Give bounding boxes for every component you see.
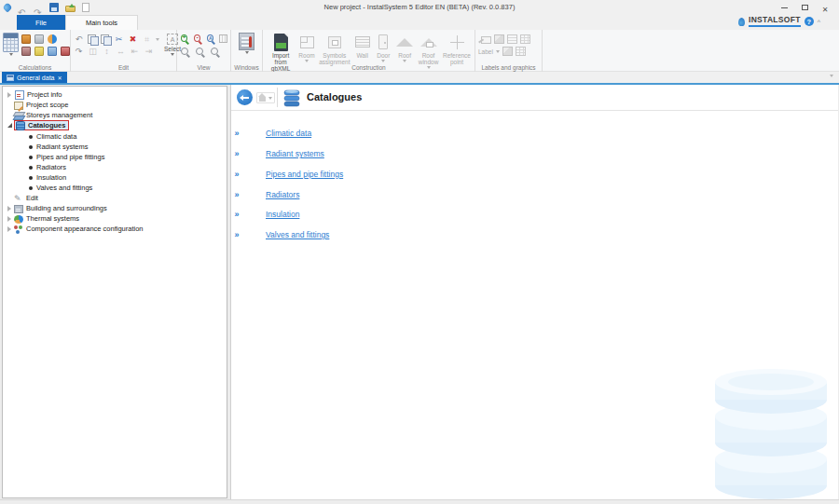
calculations-button[interactable] [3, 33, 19, 56]
home-icon[interactable] [259, 97, 266, 102]
bullet-icon [29, 166, 33, 170]
user-settings-icon[interactable] [21, 47, 31, 56]
expand-arrow-icon[interactable] [5, 92, 14, 98]
room-icon [300, 36, 314, 48]
tree-item-radiant-systems[interactable]: Radiant systems [3, 142, 227, 152]
title-bar: New project - InstalSystem 5 Editor EN (… [0, 0, 839, 15]
tree-item-project-scope[interactable]: Project scope [3, 100, 227, 110]
tree-item-label: Climatic data [36, 132, 76, 141]
collapse-ribbon-icon[interactable]: ^ [818, 19, 820, 25]
dropdown-arrow-icon [171, 53, 174, 56]
flip-horizontal-icon: ↔ [116, 47, 126, 56]
tree-item-edit[interactable]: Edit [3, 193, 227, 203]
paste-icon[interactable] [101, 34, 110, 44]
tree-item-component-appearance-configuration[interactable]: Component appearance configuration [3, 224, 227, 234]
tree-item-building-and-surroundings[interactable]: Building and surroundings [3, 203, 227, 213]
tree-item-project-info[interactable]: Project info [3, 89, 227, 100]
reference-point-icon [450, 35, 464, 49]
zoom-previous-icon[interactable] [196, 48, 203, 55]
tab-list-dropdown-icon[interactable] [830, 75, 833, 77]
reference-point-label: Reference point [443, 52, 471, 65]
back-button[interactable] [237, 89, 253, 105]
delete-icon[interactable]: ✖ [128, 34, 138, 44]
tab-main-tools[interactable]: Main tools [65, 15, 138, 30]
windows-button[interactable] [234, 33, 259, 54]
zoom-in-icon[interactable] [181, 34, 187, 42]
copy-icon[interactable] [88, 34, 97, 44]
link-label[interactable]: Radiators [266, 190, 299, 199]
link-label[interactable]: Insulation [266, 210, 299, 219]
maximize-button[interactable] [794, 0, 815, 15]
bullet-icon [29, 186, 33, 190]
errors-icon[interactable] [61, 47, 70, 56]
database-icon [16, 121, 25, 130]
link-label[interactable]: Pipes and pipe fittings [266, 170, 343, 179]
picture-icon [494, 34, 504, 44]
ribbon-group-edit: ↶ ✂ ✖ ⌗ ↷ ◫ ↕ ↔ ⇤ ⇥ A [71, 30, 177, 72]
zoom-window-icon[interactable] [181, 48, 188, 55]
tree-item-valves-and-fittings[interactable]: Valves and fittings [3, 183, 227, 193]
zoom-out-icon[interactable] [194, 34, 200, 42]
zoom-all-icon[interactable] [207, 34, 213, 42]
selected-tree-item[interactable]: Catalogues [14, 120, 69, 130]
heat-load-icon[interactable] [21, 34, 31, 44]
layers-icon [14, 111, 23, 119]
general-data-tree-panel: Project info Project scope Storeys manag… [2, 86, 227, 498]
link-label[interactable]: Climatic data [266, 129, 311, 138]
tree-item-label: Radiant systems [36, 143, 88, 151]
tab-file[interactable]: File [17, 15, 65, 30]
help-icon[interactable]: ? [805, 17, 814, 26]
tab-general-data[interactable]: General data [2, 72, 67, 83]
energy-icon[interactable] [48, 34, 57, 44]
roof-icon [396, 38, 413, 47]
dropdown-arrow-icon [381, 60, 385, 62]
expand-arrow-icon[interactable] [5, 216, 14, 222]
expand-arrow-icon[interactable] [5, 226, 14, 232]
room-label: Room [298, 52, 314, 59]
nav-aux-buttons [256, 92, 275, 103]
tree-item-label: Edit [26, 194, 38, 202]
tree-item-insulation[interactable]: Insulation [3, 172, 227, 183]
cut-icon[interactable]: ✂ [114, 34, 124, 44]
tree-item-climatic-data[interactable]: Climatic data [3, 131, 227, 142]
catalogue-link-insulation[interactable]: Insulation [231, 209, 299, 220]
expand-arrow-icon[interactable] [5, 206, 14, 211]
grid-icon[interactable] [219, 34, 227, 43]
window-title: New project - InstalSystem 5 Editor EN (… [0, 3, 839, 11]
status-bar [0, 499, 839, 504]
tree-item-catalogues[interactable]: Catalogues [3, 120, 227, 130]
redo-icon[interactable]: ↷ [74, 47, 84, 56]
cooling-load-icon[interactable] [34, 34, 44, 44]
ribbon-group-view: View [177, 30, 231, 72]
catalogue-link-radiant-systems[interactable]: Radiant systems [231, 148, 324, 159]
tree-item-pipes-and-pipe-fittings[interactable]: Pipes and pipe fittings [3, 152, 227, 162]
group-label-construction: Construction [263, 64, 475, 71]
catalogue-link-valves-and-fittings[interactable]: Valves and fittings [231, 229, 329, 240]
close-tab-icon[interactable] [57, 75, 62, 81]
catalogue-link-climatic-data[interactable]: Climatic data [231, 128, 311, 139]
bullet-icon [29, 156, 33, 159]
zoom-selection-icon[interactable] [211, 48, 218, 55]
chevron-double-icon [231, 190, 242, 199]
catalogue-link-radiators[interactable]: Radiators [231, 189, 299, 200]
undo-icon[interactable]: ↶ [74, 34, 84, 44]
tree-item-label: Storeys management [26, 111, 92, 119]
tree-item-label: Project info [27, 90, 62, 99]
tree-item-thermal-systems[interactable]: Thermal systems [3, 213, 227, 224]
close-button[interactable] [815, 0, 835, 15]
catalogue-link-pipes-and-pipe-fittings[interactable]: Pipes and pipe fittings [231, 169, 343, 180]
history-dropdown-icon[interactable] [268, 97, 272, 100]
tree-item-radiators[interactable]: Radiators [3, 162, 227, 172]
divider [277, 88, 278, 107]
results-icon[interactable] [48, 47, 57, 56]
flip-vertical-icon: ↕ [102, 47, 112, 56]
collapse-arrow-icon[interactable] [5, 123, 14, 128]
minimize-button[interactable] [774, 0, 794, 15]
link-label[interactable]: Radiant systems [266, 149, 324, 158]
tree-item-storeys-management[interactable]: Storeys management [3, 110, 227, 120]
options-icon[interactable] [34, 47, 44, 56]
tree-item-label: Project scope [26, 101, 68, 109]
group-label-calculations: Calculations [0, 64, 70, 71]
catalogues-content-panel: Catalogues Climatic data Radiant systems… [230, 85, 838, 500]
link-label[interactable]: Valves and fittings [266, 230, 329, 239]
